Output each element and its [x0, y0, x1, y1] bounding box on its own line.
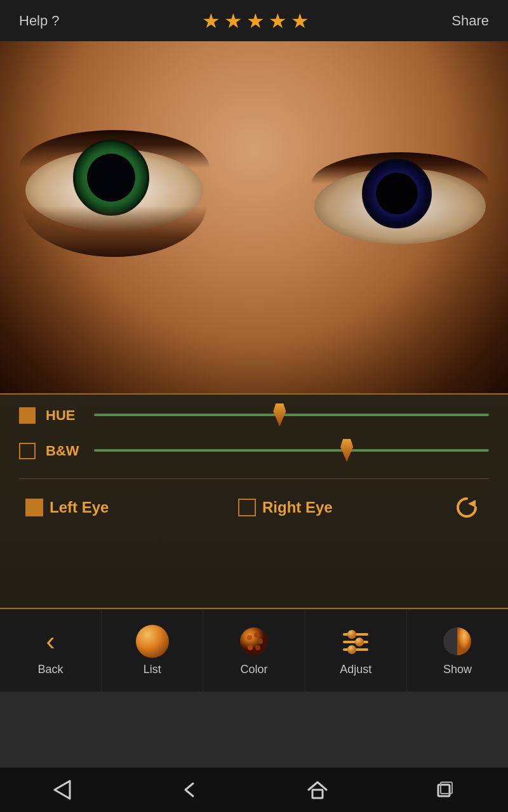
bw-label: B&W [46, 443, 84, 459]
reset-button[interactable] [451, 492, 483, 523]
star-1[interactable]: ★ [202, 9, 220, 33]
bw-slider-thumb[interactable] [340, 439, 353, 462]
svg-point-12 [347, 645, 356, 654]
svg-point-3 [254, 632, 259, 638]
bw-slider-track [94, 449, 489, 452]
left-eye-shadow-bottom [22, 206, 206, 257]
divider [19, 478, 489, 479]
svg-point-4 [258, 639, 263, 644]
color-nav-item[interactable]: Color [203, 610, 305, 691]
show-icon [441, 625, 474, 658]
back-icon: ‹ [34, 625, 67, 658]
svg-rect-15 [312, 790, 323, 798]
svg-point-1 [240, 627, 268, 655]
svg-point-10 [355, 638, 364, 646]
right-eye-label: Right Eye [262, 499, 333, 516]
adjust-icon [339, 625, 372, 658]
android-navbar [0, 768, 508, 812]
hue-slider-track [94, 414, 489, 416]
svg-marker-0 [468, 500, 476, 508]
svg-point-6 [248, 645, 253, 650]
svg-point-2 [247, 635, 252, 640]
android-homescreen-button[interactable] [306, 778, 329, 801]
share-button[interactable]: Share [451, 13, 489, 29]
back-label: Back [38, 663, 64, 676]
back-nav-item[interactable]: ‹ Back [0, 610, 102, 691]
gray-area [0, 691, 508, 768]
left-eye-checkbox[interactable] [25, 499, 43, 516]
color-icon [237, 625, 271, 658]
show-label: Show [443, 663, 472, 676]
hue-label: HUE [46, 407, 84, 424]
hue-slider-container [94, 414, 489, 417]
right-eye-option[interactable]: Right Eye [238, 499, 451, 516]
chevron-left-icon: ‹ [46, 628, 55, 655]
help-button[interactable]: Help ? [19, 13, 60, 29]
list-orb [136, 625, 169, 658]
eye-selection-row: Left Eye Right Eye [19, 492, 489, 523]
bw-slider-container [94, 449, 489, 453]
right-pupil [376, 173, 418, 214]
list-label: List [144, 663, 161, 676]
left-pupil [87, 154, 135, 202]
adjust-label: Adjust [340, 663, 371, 676]
list-icon [136, 625, 169, 658]
color-label: Color [241, 663, 268, 676]
star-rating[interactable]: ★ ★ ★ ★ ★ [202, 9, 309, 33]
android-recents-button[interactable] [433, 778, 456, 801]
top-bar: Help ? ★ ★ ★ ★ ★ Share [0, 0, 508, 41]
bw-checkbox[interactable] [19, 443, 36, 459]
right-eye-checkbox[interactable] [238, 499, 256, 516]
star-2[interactable]: ★ [224, 9, 243, 33]
hue-slider-thumb[interactable] [273, 403, 286, 426]
star-3[interactable]: ★ [246, 9, 265, 33]
star-5[interactable]: ★ [291, 9, 309, 33]
star-4[interactable]: ★ [269, 9, 287, 33]
android-home-button[interactable] [179, 778, 202, 801]
svg-marker-14 [55, 781, 70, 799]
bw-row: B&W [19, 443, 489, 459]
hue-checkbox[interactable] [19, 407, 36, 424]
left-eye-label: Left Eye [50, 499, 109, 516]
left-eye-region [19, 130, 216, 257]
adjust-nav-item[interactable]: Adjust [305, 610, 407, 691]
bottom-nav: ‹ Back List [0, 609, 508, 691]
right-eye-region [311, 152, 495, 270]
list-nav-item[interactable]: List [102, 610, 203, 691]
left-eye-option[interactable]: Left Eye [25, 499, 238, 516]
image-area [0, 41, 508, 400]
svg-point-5 [255, 645, 260, 650]
show-nav-item[interactable]: Show [407, 610, 508, 691]
hue-row: HUE [19, 407, 489, 424]
controls-panel: HUE B&W Left Eye Right Eye [0, 393, 508, 609]
svg-rect-16 [438, 785, 450, 796]
svg-point-8 [347, 630, 356, 639]
android-back-button[interactable] [52, 778, 75, 801]
